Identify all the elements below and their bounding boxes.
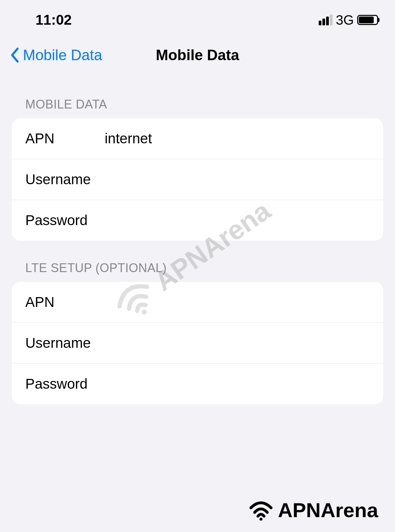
- battery-icon: [357, 15, 378, 25]
- form-row-lte-username[interactable]: Username: [12, 323, 383, 364]
- back-button[interactable]: Mobile Data: [10, 47, 102, 64]
- section-header-mobile-data: MOBILE DATA: [0, 77, 395, 118]
- status-bar: 11:02 3G: [0, 0, 395, 35]
- lte-username-input[interactable]: [105, 335, 370, 351]
- lte-password-label: Password: [25, 376, 105, 392]
- watermark-bottom: APNArena: [247, 499, 378, 522]
- username-label: Username: [25, 171, 105, 188]
- network-type: 3G: [336, 13, 354, 28]
- section-header-lte: LTE SETUP (OPTIONAL): [0, 241, 395, 282]
- form-row-lte-apn[interactable]: APN: [12, 282, 383, 323]
- form-row-password[interactable]: Password: [12, 200, 383, 241]
- svg-point-1: [260, 517, 263, 520]
- wifi-icon: [247, 500, 274, 521]
- apn-input[interactable]: [105, 130, 370, 147]
- username-input[interactable]: [105, 171, 370, 188]
- password-input[interactable]: [105, 212, 370, 228]
- lte-apn-input[interactable]: [105, 294, 370, 310]
- form-row-apn[interactable]: APN: [12, 118, 383, 159]
- signal-icon: [319, 15, 333, 25]
- page-title: Mobile Data: [156, 47, 239, 64]
- lte-password-input[interactable]: [105, 376, 370, 392]
- lte-username-label: Username: [25, 335, 105, 351]
- section-group-mobile-data: APN Username Password: [12, 118, 383, 241]
- back-label: Mobile Data: [23, 47, 102, 64]
- watermark-bottom-text: APNArena: [278, 499, 378, 522]
- navigation-bar: Mobile Data Mobile Data: [0, 35, 395, 77]
- status-time: 11:02: [35, 12, 72, 28]
- status-right: 3G: [319, 13, 378, 28]
- chevron-left-icon: [10, 47, 20, 63]
- form-row-lte-password[interactable]: Password: [12, 364, 383, 404]
- apn-label: APN: [25, 130, 105, 147]
- section-group-lte: APN Username Password: [12, 282, 383, 404]
- lte-apn-label: APN: [25, 294, 105, 310]
- form-row-username[interactable]: Username: [12, 159, 383, 200]
- password-label: Password: [25, 212, 105, 228]
